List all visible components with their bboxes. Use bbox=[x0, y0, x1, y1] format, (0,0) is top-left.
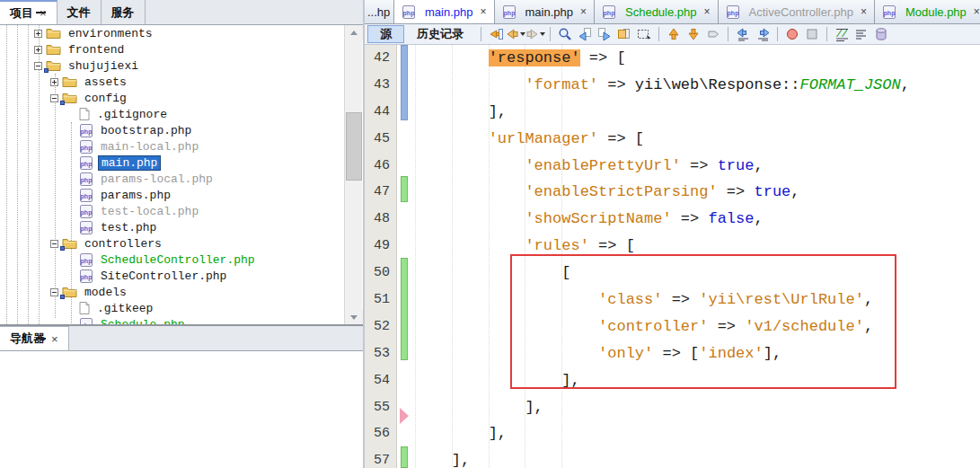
tree-item-label: params.php bbox=[98, 189, 173, 202]
line-number: 45 bbox=[365, 126, 396, 153]
tree-item-assets[interactable]: assets bbox=[0, 74, 344, 90]
shift-left-button[interactable] bbox=[733, 26, 753, 43]
tree-item-params.php[interactable]: phpparams.php bbox=[0, 187, 344, 203]
previous-bookmark-icon bbox=[667, 27, 681, 41]
code-template-button[interactable] bbox=[871, 26, 891, 43]
minimize-button[interactable] bbox=[340, 0, 363, 24]
rectangular-selection-button[interactable] bbox=[634, 26, 654, 43]
php-file-icon: php bbox=[402, 5, 416, 19]
tree-item-Schedule.php[interactable]: phpSchedule.php bbox=[0, 316, 344, 324]
close-icon[interactable]: × bbox=[40, 7, 47, 19]
close-icon[interactable]: × bbox=[974, 6, 980, 17]
editor-tab-main.php[interactable]: phpmain.php× bbox=[394, 0, 495, 23]
tree-item-shujujiexi[interactable]: shujujiexi bbox=[0, 57, 344, 74]
find-previous-button[interactable] bbox=[575, 26, 595, 43]
tree-item-test.php[interactable]: phptest.php bbox=[0, 219, 344, 235]
code-token: 'v1/schedule' bbox=[745, 318, 864, 335]
tree-item-label: assets bbox=[82, 75, 129, 89]
editor-tab-ActiveController.php[interactable]: phpActiveController.php× bbox=[719, 0, 875, 23]
tree-item-test-local.php[interactable]: phptest-local.php bbox=[0, 203, 344, 219]
editor-tab-Schedule.php[interactable]: phpSchedule.php× bbox=[595, 0, 719, 23]
collapse-icon[interactable] bbox=[50, 288, 58, 296]
minimize-button[interactable] bbox=[340, 326, 363, 350]
jump-last-edit-button[interactable] bbox=[486, 26, 506, 43]
tree-item-.gitignore[interactable]: .gitignore bbox=[0, 106, 344, 122]
code-token: 'controller' bbox=[598, 318, 708, 335]
svg-text:php: php bbox=[81, 192, 93, 199]
tree-item-params-local.php[interactable]: phpparams-local.php bbox=[0, 171, 344, 187]
previous-bookmark-button[interactable] bbox=[664, 26, 684, 43]
tree-item-environments[interactable]: environments bbox=[0, 25, 344, 41]
tree-item-models[interactable]: models bbox=[0, 284, 344, 300]
tree-item-config[interactable]: config bbox=[0, 90, 344, 106]
close-icon[interactable]: × bbox=[480, 6, 486, 17]
collapse-icon[interactable] bbox=[34, 62, 42, 70]
find-next-button[interactable] bbox=[595, 26, 614, 43]
tree-item-label: ScheduleController.php bbox=[98, 253, 258, 267]
scroll-down-button[interactable] bbox=[345, 310, 363, 324]
code-token: => [ bbox=[589, 237, 635, 254]
stop-macro-button[interactable] bbox=[802, 26, 822, 43]
close-icon[interactable]: × bbox=[580, 6, 587, 17]
comment-button[interactable]: // bbox=[832, 26, 852, 43]
code-editor[interactable]: 42434445464748495051525354555657 'respon… bbox=[365, 45, 980, 468]
tree-item-main-local.php[interactable]: phpmain-local.php bbox=[0, 138, 344, 155]
find-selection-button[interactable] bbox=[555, 26, 575, 43]
close-icon[interactable]: × bbox=[51, 333, 58, 345]
panel-tab-项目[interactable]: 项目× bbox=[0, 0, 57, 24]
tree-item-SiteController.php[interactable]: phpSiteController.php bbox=[0, 268, 344, 284]
record-macro-button[interactable] bbox=[782, 26, 802, 43]
minimize-icon bbox=[36, 338, 46, 340]
folder-badge-icon bbox=[60, 246, 65, 251]
toggle-highlight-button[interactable] bbox=[614, 26, 634, 43]
project-tree[interactable]: environmentsfrontendshujujiexiassetsconf… bbox=[0, 25, 344, 324]
scrollbar-thumb[interactable] bbox=[346, 112, 362, 181]
expand-icon[interactable] bbox=[50, 78, 58, 86]
code-line-53: 'only' => ['index'], bbox=[415, 340, 910, 367]
tree-item-.gitkeep[interactable]: .gitkeep bbox=[0, 300, 344, 316]
forward-button[interactable] bbox=[525, 26, 545, 43]
tab-navigator[interactable]: 导航器 × bbox=[0, 326, 69, 350]
vcs-removed-marker bbox=[400, 408, 409, 424]
svg-text:php: php bbox=[403, 9, 415, 16]
php-file-icon: php bbox=[79, 205, 93, 218]
code-line-45: 'urlManager' => [ bbox=[415, 126, 910, 153]
tree-item-bootstrap.php[interactable]: phpbootstrap.php bbox=[0, 122, 344, 138]
uncomment-button[interactable] bbox=[852, 26, 871, 43]
code-line-54: ], bbox=[415, 367, 910, 394]
close-icon[interactable]: × bbox=[861, 6, 867, 17]
tree-item-main.php[interactable]: phpmain.php bbox=[0, 155, 344, 171]
php-file-icon: php bbox=[79, 140, 93, 154]
tree-scrollbar[interactable] bbox=[344, 25, 362, 324]
back-button[interactable] bbox=[506, 26, 525, 43]
next-bookmark-button[interactable] bbox=[684, 26, 703, 43]
source-view-toggle[interactable]: 源 bbox=[367, 25, 404, 43]
svg-text:php: php bbox=[81, 176, 93, 183]
editor-tab-...hp[interactable]: ...hp bbox=[365, 0, 394, 23]
tree-item-ScheduleController.php[interactable]: phpScheduleController.php bbox=[0, 252, 344, 268]
shift-right-button[interactable] bbox=[753, 26, 773, 43]
comment-icon: // bbox=[834, 27, 850, 41]
editor-tab-main.php[interactable]: phpmain.php× bbox=[495, 0, 596, 23]
find-next-icon bbox=[597, 27, 612, 41]
folder-icon bbox=[46, 27, 61, 40]
collapse-icon[interactable] bbox=[50, 240, 58, 248]
toggle-bookmark-button[interactable] bbox=[703, 26, 723, 43]
svg-text:php: php bbox=[81, 273, 93, 280]
expand-icon[interactable] bbox=[34, 46, 42, 54]
history-view-toggle[interactable]: 历史记录 bbox=[404, 25, 476, 43]
find-previous-icon bbox=[578, 27, 592, 41]
line-number: 43 bbox=[365, 72, 396, 99]
tree-item-label: params-local.php bbox=[98, 172, 216, 186]
tree-item-controllers[interactable]: controllers bbox=[0, 235, 344, 252]
tree-item-frontend[interactable]: frontend bbox=[0, 41, 344, 57]
collapse-icon[interactable] bbox=[50, 94, 58, 102]
panel-tab-服务[interactable]: 服务 bbox=[102, 0, 146, 24]
scroll-up-button[interactable] bbox=[345, 25, 363, 40]
close-icon[interactable]: × bbox=[704, 6, 711, 17]
panel-tab-文件[interactable]: 文件 bbox=[57, 0, 102, 24]
svg-text:php: php bbox=[883, 9, 895, 16]
expand-icon[interactable] bbox=[34, 30, 42, 38]
editor-tab-Module.php[interactable]: phpModule.php× bbox=[875, 0, 980, 23]
panel-tab-label: 文件 bbox=[67, 4, 91, 21]
